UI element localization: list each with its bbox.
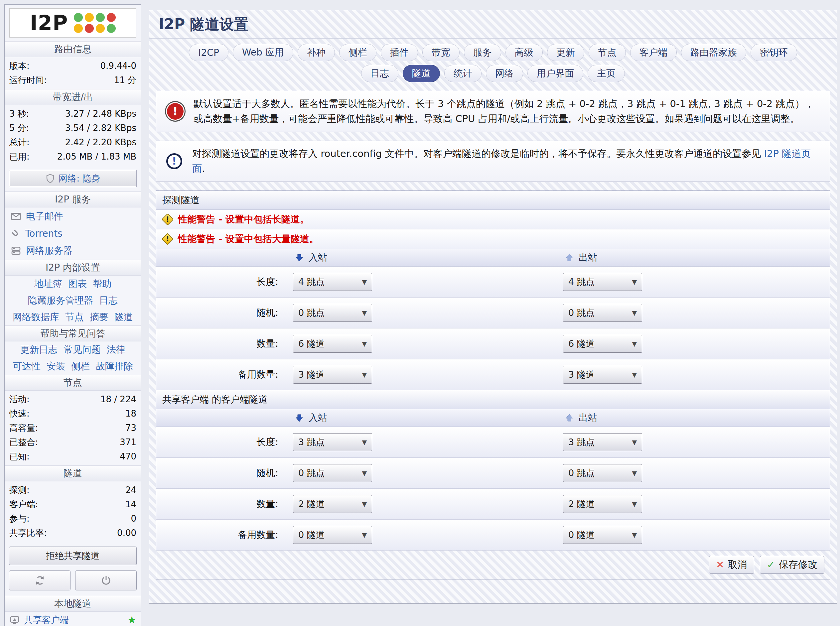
- tab-advanced[interactable]: 高级: [505, 44, 543, 61]
- stat-row-highcap: 高容量: 73: [5, 421, 141, 435]
- client-inbound-length-select[interactable]: 3 跳点▼: [293, 433, 372, 451]
- stat-label: 高容量:: [9, 422, 38, 434]
- shutdown-button[interactable]: [75, 570, 137, 590]
- tab-keyring[interactable]: 密钥环: [751, 44, 797, 61]
- client-outbound-backup-select[interactable]: 0 隧道▼: [563, 526, 642, 544]
- sidebar-item-webserver[interactable]: 网络服务器: [5, 242, 141, 260]
- save-button[interactable]: ✓ 保存修改: [760, 556, 824, 574]
- sidebar-item-email[interactable]: 电子邮件: [5, 207, 141, 225]
- client-outbound-length-select[interactable]: 3 跳点▼: [563, 433, 642, 451]
- links-line: 更新日志常见问题法律: [5, 341, 141, 358]
- link-hidden-services-manager[interactable]: 隐藏服务管理器: [28, 295, 93, 306]
- links-line: 地址簿图表帮助: [5, 275, 141, 292]
- client-inbound-quantity-select[interactable]: 2 隧道▼: [293, 495, 372, 513]
- link-sidebar-help[interactable]: 侧栏: [71, 361, 90, 372]
- cancel-button[interactable]: ✕ 取消: [709, 556, 754, 574]
- warning-icon: !: [161, 233, 174, 245]
- link-changelog[interactable]: 更新日志: [20, 344, 58, 355]
- refresh-button[interactable]: [9, 570, 71, 590]
- client-inbound-variance-select[interactable]: 0 跳点▼: [293, 464, 372, 482]
- tab-logging[interactable]: 日志: [361, 65, 398, 82]
- tab-stats[interactable]: 统计: [444, 65, 481, 82]
- exploratory-inbound-quantity-select[interactable]: 6 隧道▼: [293, 335, 372, 353]
- inbound-header: 入站: [288, 251, 558, 264]
- stat-value: 0.00: [117, 528, 136, 538]
- stat-value: 14: [125, 499, 136, 509]
- local-tunnel-link[interactable]: 共享客户端: [24, 614, 69, 626]
- exploratory-inbound-variance-select[interactable]: 0 跳点▼: [293, 304, 372, 322]
- link-netdb[interactable]: 网络数据库: [13, 311, 59, 322]
- client-inbound-backup-select[interactable]: 0 隧道▼: [293, 526, 372, 544]
- link-legal[interactable]: 法律: [107, 344, 125, 355]
- exploratory-outbound-backup-select[interactable]: 3 隧道▼: [563, 366, 642, 383]
- tab-peers[interactable]: 节点: [589, 44, 626, 61]
- tab-plugins[interactable]: 插件: [381, 44, 418, 61]
- exploratory-outbound-variance-select[interactable]: 0 跳点▼: [563, 304, 642, 322]
- link-graphs[interactable]: 图表: [68, 278, 87, 289]
- tab-router-family[interactable]: 路由器家族: [681, 44, 746, 61]
- warning-icon: !: [161, 213, 174, 225]
- exploratory-variance-row: 随机: 0 跳点▼ 0 跳点▼: [156, 297, 830, 329]
- notice-text-before: 对探测隧道设置的更改将存入 router.config 文件中。对客户端隧道的修…: [192, 148, 764, 159]
- tab-webapps[interactable]: Web 应用: [233, 44, 293, 61]
- tab-home[interactable]: 主页: [588, 65, 625, 82]
- outbound-header-label: 出站: [578, 412, 597, 424]
- client-outbound-variance-select[interactable]: 0 跳点▼: [563, 464, 642, 482]
- i2p-logo[interactable]: I2P: [9, 8, 136, 38]
- select-value: 6 隧道: [568, 338, 595, 350]
- tab-sidebar[interactable]: 侧栏: [339, 44, 376, 61]
- sidebar: I2P 路由信息 版本: 0.9.44-0 运行时间: 11 分 带宽进/出 3…: [4, 4, 141, 626]
- internals-header: I2P 内部设置: [5, 260, 141, 275]
- link-setup[interactable]: 安装: [47, 361, 65, 372]
- link-reachability[interactable]: 可达性: [13, 361, 41, 372]
- tab-clients[interactable]: 客户端: [630, 44, 677, 61]
- exploratory-outbound-length-select[interactable]: 4 跳点▼: [563, 273, 642, 291]
- link-peers[interactable]: 节点: [65, 311, 84, 322]
- outbound-header: 出站: [558, 412, 830, 424]
- tab-network[interactable]: 网络: [486, 65, 523, 82]
- tab-bandwidth[interactable]: 带宽: [422, 44, 459, 61]
- stat-label: 总计:: [9, 137, 30, 148]
- help-links: 更新日志常见问题法律 可达性安装侧栏故障排除: [5, 341, 141, 375]
- link-faq[interactable]: 常见问题: [64, 344, 101, 355]
- stat-row-active: 活动: 18 / 224: [5, 392, 141, 407]
- client-outbound-quantity-select[interactable]: 2 隧道▼: [563, 495, 642, 513]
- star-icon: ★: [127, 615, 136, 625]
- link-help[interactable]: 帮助: [93, 278, 111, 289]
- warning-row: ! 性能警告 - 设置中包括长隧道。: [156, 210, 830, 229]
- tunnels-header: 隧道: [5, 465, 141, 481]
- dropdown-arrow-icon: ▼: [632, 438, 637, 446]
- link-logs[interactable]: 日志: [99, 295, 118, 306]
- magnet-icon: [11, 229, 20, 239]
- exploratory-outbound-quantity-select[interactable]: 6 隧道▼: [563, 335, 642, 353]
- tab-i2cp[interactable]: I2CP: [189, 44, 229, 61]
- cancel-label: 取消: [728, 558, 747, 571]
- link-summary[interactable]: 摘要: [90, 311, 108, 322]
- tab-service[interactable]: 服务: [464, 44, 501, 61]
- select-value: 3 跳点: [568, 436, 595, 448]
- stat-row-total: 总计: 2.42 / 2.20 KBps: [5, 135, 141, 150]
- inbound-arrow-icon: [294, 413, 304, 423]
- stat-row-used: 已用: 2.05 MB / 1.83 MB: [5, 150, 141, 164]
- peers-header: 节点: [5, 375, 141, 391]
- link-addressbook[interactable]: 地址簿: [34, 278, 62, 289]
- stat-row-fast: 快速: 18: [5, 407, 141, 421]
- tab-update[interactable]: 更新: [547, 44, 584, 61]
- link-tunnels[interactable]: 隧道: [114, 311, 133, 322]
- row-label: 备用数量:: [156, 529, 288, 541]
- exploratory-inbound-length-select[interactable]: 4 跳点▼: [293, 273, 372, 291]
- notice-text-after: .: [202, 163, 205, 174]
- link-troubleshoot[interactable]: 故障排除: [96, 361, 133, 372]
- exploratory-inbound-backup-select[interactable]: 3 隧道▼: [293, 366, 372, 383]
- email-icon: [11, 211, 21, 222]
- reject-shared-tunnels-button[interactable]: 拒绝共享隧道: [9, 546, 137, 565]
- tab-reseed[interactable]: 补种: [298, 44, 335, 61]
- tab-tunnels[interactable]: 隧道: [403, 65, 440, 82]
- stat-value: 24: [125, 485, 136, 495]
- row-label: 数量:: [156, 337, 288, 350]
- tab-ui[interactable]: 用户界面: [527, 65, 583, 82]
- dropdown-arrow-icon: ▼: [362, 470, 367, 477]
- network-status-button[interactable]: 网络: 隐身: [9, 170, 137, 187]
- sidebar-item-torrents[interactable]: Torrents: [5, 225, 141, 242]
- save-check-icon: ✓: [767, 559, 775, 570]
